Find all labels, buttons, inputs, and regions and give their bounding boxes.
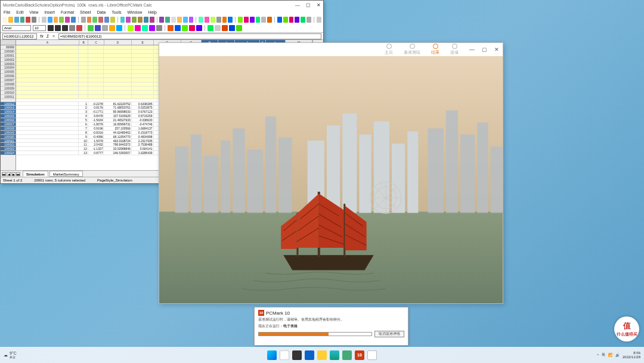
menu-format[interactable]: Format: [61, 10, 74, 14]
format-icon[interactable]: [182, 25, 188, 31]
toolbar-icon[interactable]: [183, 17, 188, 23]
titlebar[interactable]: MonteCarloBlackScholesOptionPricing_100k…: [1, 1, 323, 9]
sheet-tab-simulation[interactable]: Simulation: [23, 171, 48, 177]
toolbar-icon[interactable]: [42, 17, 47, 23]
toolbar-icon[interactable]: [150, 17, 154, 23]
toolbar-icon[interactable]: [2, 17, 7, 23]
menubar[interactable]: FileEditViewInsertFormatSheetDataToolsWi…: [1, 9, 323, 16]
format-icon[interactable]: [196, 25, 202, 31]
toolbar-icon[interactable]: [110, 17, 115, 23]
format-icon[interactable]: [69, 25, 75, 31]
format-icon[interactable]: [128, 25, 134, 31]
calc-taskbar-icon[interactable]: [367, 350, 377, 360]
font-name-combo[interactable]: Arial: [2, 25, 31, 31]
toolbar-icon[interactable]: [250, 17, 255, 23]
format-icon[interactable]: [135, 25, 141, 31]
toolbar-icon[interactable]: [20, 17, 25, 23]
row-header[interactable]: 100009: [1, 87, 16, 91]
toolbar-icon[interactable]: [256, 17, 261, 23]
format-icon[interactable]: [175, 25, 181, 31]
equals-icon[interactable]: =: [51, 33, 57, 39]
widgets-icon[interactable]: [305, 350, 314, 360]
menu-help[interactable]: Help: [148, 10, 156, 14]
toolbar-icon[interactable]: [32, 17, 36, 23]
name-box[interactable]: H100012:L120012: [2, 33, 37, 39]
app-icon[interactable]: [342, 350, 352, 360]
edge-icon[interactable]: [330, 350, 339, 360]
toolbar-icon[interactable]: [222, 17, 227, 23]
format-icon[interactable]: [208, 25, 213, 31]
format-icon[interactable]: [109, 25, 115, 31]
select-all-corner[interactable]: [1, 40, 16, 45]
col-header-B[interactable]: B: [79, 40, 88, 45]
tab-first-icon[interactable]: ⏮: [2, 172, 6, 176]
toolbar-icon[interactable]: [48, 17, 52, 23]
row-header[interactable]: 100015: [1, 114, 16, 118]
close-button[interactable]: ✕: [317, 2, 321, 8]
toolbar-icon[interactable]: [171, 17, 176, 23]
toolbar-icon[interactable]: [59, 17, 64, 23]
row-header[interactable]: 100005: [1, 70, 16, 74]
toolbar-icon[interactable]: [177, 17, 182, 23]
format-icon[interactable]: [236, 25, 242, 31]
toolbar-icon[interactable]: [132, 17, 137, 23]
toolbar-icon[interactable]: [228, 17, 233, 23]
pcmark-tab[interactable]: 基准测试: [404, 44, 420, 56]
close-button[interactable]: ✕: [494, 47, 499, 53]
toolbar-icon[interactable]: [8, 17, 13, 23]
pcmark-tabs[interactable]: 主页基准测试结果选项: [385, 44, 459, 56]
tab-prev-icon[interactable]: ◀: [7, 172, 11, 176]
menu-file[interactable]: File: [4, 10, 10, 14]
format-icon[interactable]: [189, 25, 195, 31]
pcmark-taskbar-icon[interactable]: 10: [355, 350, 364, 360]
search-icon[interactable]: [280, 350, 289, 360]
menu-edit[interactable]: Edit: [16, 10, 23, 14]
toolbar-icon[interactable]: [87, 17, 92, 23]
col-header-A[interactable]: A: [16, 40, 79, 45]
format-icon[interactable]: [215, 25, 221, 31]
maximize-button[interactable]: ▢: [482, 47, 487, 53]
toolbar-icon[interactable]: [199, 17, 203, 23]
format-icon[interactable]: [116, 25, 122, 31]
toolbar-icon[interactable]: [306, 17, 311, 23]
formula-input[interactable]: =NORMSDIST(-E100012): [58, 33, 321, 39]
tray-volume-icon[interactable]: 🔊: [615, 353, 620, 357]
row-header[interactable]: 100013: [1, 106, 16, 110]
sheet-tab-marketsummary[interactable]: MarketSummary: [49, 171, 83, 177]
toolbar-icon[interactable]: [289, 17, 294, 23]
row-header[interactable]: 100008: [1, 82, 16, 87]
menu-tools[interactable]: Tools: [112, 10, 121, 14]
tab-next-icon[interactable]: ▶: [11, 172, 16, 176]
toolbar-icon[interactable]: [26, 17, 30, 23]
col-header-C[interactable]: C: [88, 40, 104, 45]
toolbar-icon[interactable]: [92, 17, 97, 23]
toolbar-icon[interactable]: [14, 17, 19, 23]
format-icon[interactable]: [48, 25, 54, 31]
row-header[interactable]: 100001: [1, 54, 16, 58]
col-header-E[interactable]: E: [132, 40, 154, 45]
tray-ime-icon[interactable]: 英: [602, 352, 605, 358]
toolbar-icon[interactable]: [144, 17, 148, 23]
row-header[interactable]: 100022: [1, 143, 16, 147]
toolbar-icon[interactable]: [301, 17, 305, 23]
row-header[interactable]: 100019: [1, 131, 16, 135]
toolbar-icon[interactable]: [138, 17, 143, 23]
format-icon[interactable]: [102, 25, 108, 31]
file-explorer-icon[interactable]: [317, 350, 327, 360]
toolbar-icon[interactable]: [98, 17, 103, 23]
row-header[interactable]: 99999: [1, 45, 16, 50]
standard-toolbar[interactable]: [1, 16, 323, 24]
toolbar-icon[interactable]: [238, 17, 243, 23]
taskbar-clock[interactable]: 8:56 2022/11/28: [623, 351, 640, 359]
pcmark-tab[interactable]: 结果: [431, 44, 439, 56]
format-icon[interactable]: [149, 25, 155, 31]
tray-wifi-icon[interactable]: 📶: [608, 353, 612, 357]
row-header[interactable]: 100018: [1, 127, 16, 131]
format-icon[interactable]: [156, 25, 162, 31]
format-icon[interactable]: [88, 25, 94, 31]
format-icon[interactable]: [229, 25, 235, 31]
toolbar-icon[interactable]: [71, 17, 76, 23]
row-header[interactable]: 100004: [1, 66, 16, 70]
pcmark-tab[interactable]: 主页: [385, 44, 393, 56]
row-header[interactable]: 100023: [1, 147, 16, 151]
